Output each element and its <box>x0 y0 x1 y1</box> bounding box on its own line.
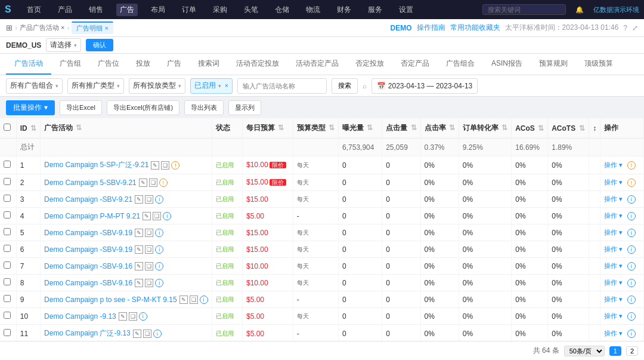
tab-top-budget[interactable]: 顶级预算 <box>576 54 621 75</box>
info-icon[interactable]: ! <box>159 179 168 187</box>
nav-warehouse[interactable]: 仓储 <box>271 4 293 16</box>
acos-header[interactable]: ACoS ⇅ <box>512 118 548 139</box>
tab-ad-position[interactable]: 广告位 <box>89 54 128 75</box>
tab-keyword[interactable]: 搜索词 <box>190 54 228 75</box>
campaign-name-link[interactable]: Demo Campaign -SBV-9.16 <box>44 279 132 287</box>
home-icon[interactable]: ⊞ <box>6 23 13 32</box>
ad-placement-filter[interactable]: 所有投放类型 ▾ <box>129 78 185 94</box>
cvr-header[interactable]: 订单转化率 ⇅ <box>459 118 511 139</box>
info-icon[interactable]: i <box>155 195 163 204</box>
batch-operations-button[interactable]: 批量操作 ▾ <box>6 100 55 115</box>
campaign-name-header[interactable]: 广告活动 ⇅ <box>41 118 212 139</box>
action-button[interactable]: 操作 ▾ <box>604 330 623 337</box>
edit-icon[interactable]: ✎ <box>179 296 188 304</box>
per-page-select[interactable]: 50条/页 <box>564 346 605 356</box>
edit-icon[interactable]: ✎ <box>135 229 143 237</box>
campaign-name-link[interactable]: Demo Campaign 5-SBV-9.21 <box>44 179 137 187</box>
select-all-checkbox[interactable] <box>4 124 11 131</box>
export-list-button[interactable]: 导出列表 <box>184 100 224 115</box>
nav-product[interactable]: 产品 <box>54 4 76 16</box>
edit-icon[interactable]: ✎ <box>135 195 143 204</box>
tab-asin-report[interactable]: ASIN报告 <box>483 54 531 75</box>
row-checkbox[interactable] <box>4 261 11 269</box>
campaign-name-link[interactable]: Demo Campaign -SBV-9.16 <box>44 262 132 270</box>
campaign-name-link[interactable]: Demo Campaign P-M-PT 9.21 <box>44 212 140 220</box>
campaign-name-link[interactable]: Demo Campaign -SBV-9.19 <box>44 229 132 237</box>
bell-icon[interactable]: 🔔 <box>575 6 584 14</box>
nav-orders[interactable]: 订单 <box>178 4 200 16</box>
copy-icon[interactable]: ❑ <box>129 312 137 321</box>
action-button[interactable]: 操作 ▾ <box>604 212 623 219</box>
copy-icon[interactable]: ❑ <box>145 262 153 270</box>
row-action-icon[interactable]: i <box>627 296 636 304</box>
copy-icon[interactable]: ❑ <box>149 179 157 187</box>
row-action-icon[interactable]: i <box>627 212 636 220</box>
tab-activity-neg-product[interactable]: 活动否定产品 <box>287 54 347 75</box>
campaign-search-input[interactable] <box>237 78 327 94</box>
copy-icon[interactable]: ❑ <box>145 279 153 287</box>
edit-icon[interactable]: ✎ <box>135 279 143 287</box>
page-2-button[interactable]: 2 <box>626 346 638 356</box>
ad-combination-filter[interactable]: 所有广告组合 ▾ <box>6 78 63 94</box>
user-account[interactable]: 亿数据演示环境 <box>593 5 639 14</box>
row-action-icon[interactable]: i <box>627 330 636 338</box>
select-all-header[interactable] <box>0 118 16 139</box>
campaign-name-link[interactable]: Demo Campaign 广泛-9.13 <box>44 328 131 339</box>
info-icon[interactable]: i <box>153 330 162 338</box>
copy-icon[interactable]: ❑ <box>143 330 151 338</box>
breadcrumb-product-ads[interactable]: 产品广告活动 × <box>20 23 64 32</box>
action-button[interactable]: 操作 ▾ <box>604 195 623 202</box>
export-excel-button[interactable]: 导出Excel <box>60 100 102 115</box>
edit-icon[interactable]: ✎ <box>151 161 159 170</box>
edit-icon[interactable]: ✎ <box>139 179 147 187</box>
nav-purchase[interactable]: 采购 <box>209 4 231 16</box>
info-icon[interactable]: i <box>155 279 163 287</box>
edit-icon[interactable]: ✎ <box>135 262 143 270</box>
operations-link[interactable]: 操作指南 <box>417 23 445 33</box>
row-checkbox[interactable] <box>4 228 11 235</box>
action-button[interactable]: 操作 ▾ <box>604 179 623 186</box>
nav-service[interactable]: 服务 <box>364 4 386 16</box>
tab-ad-combination[interactable]: 广告组合 <box>438 54 483 75</box>
confirm-button[interactable]: 确认 <box>86 39 113 51</box>
info-icon[interactable]: i <box>200 296 208 304</box>
row-checkbox[interactable] <box>4 278 11 285</box>
tab-ad-activity[interactable]: 广告活动 <box>6 54 51 75</box>
row-checkbox[interactable] <box>4 178 11 185</box>
copy-icon[interactable]: ❑ <box>145 229 153 237</box>
nav-head[interactable]: 头笔 <box>240 4 262 16</box>
nav-home[interactable]: 首页 <box>23 4 45 16</box>
campaign-name-link[interactable]: Demo Campaign -SBV-9.21 <box>44 195 132 204</box>
campaign-name-link[interactable]: Demo Campaign p to see - SP-M-KT 9.15 <box>44 296 177 304</box>
clicks-header[interactable]: 点击量 ⇅ <box>382 118 420 139</box>
action-button[interactable]: 操作 ▾ <box>604 296 623 303</box>
edit-icon[interactable]: ✎ <box>119 312 127 321</box>
row-action-icon[interactable]: i <box>627 262 636 270</box>
global-search-input[interactable] <box>482 4 566 15</box>
row-action-icon[interactable]: i <box>627 229 636 237</box>
action-button[interactable]: 操作 ▾ <box>604 161 623 168</box>
nav-settings[interactable]: 设置 <box>395 4 417 16</box>
budget-type-header[interactable]: 预算类型 ⇅ <box>293 118 338 139</box>
page-1-button[interactable]: 1 <box>609 346 621 356</box>
campaign-name-link[interactable]: Demo Campaign -9.13 <box>44 312 116 321</box>
row-checkbox[interactable] <box>4 161 11 168</box>
campaign-name-link[interactable]: Demo Campaign -SBV-9.19 <box>44 245 132 254</box>
nav-logistics[interactable]: 物流 <box>302 4 324 16</box>
tab-neg-placement[interactable]: 否定投放 <box>347 54 392 75</box>
tab-activity-neg-placement[interactable]: 活动否定投放 <box>228 54 287 75</box>
info-icon[interactable]: ! <box>171 161 179 170</box>
row-checkbox[interactable] <box>4 329 11 336</box>
help-icon[interactable]: ? <box>623 24 627 32</box>
id-header[interactable]: ID ⇅ <box>16 118 40 139</box>
nav-layout[interactable]: 布局 <box>147 4 169 16</box>
edit-icon[interactable]: ✎ <box>135 245 143 254</box>
action-button[interactable]: 操作 ▾ <box>604 262 623 269</box>
show-columns-button[interactable]: 显示列 <box>228 100 261 115</box>
row-action-icon[interactable]: i <box>627 279 636 287</box>
edit-icon[interactable]: ✎ <box>143 212 151 220</box>
row-action-icon[interactable]: ! <box>627 161 636 170</box>
expand-icon[interactable]: ⤢ <box>632 24 638 32</box>
info-icon[interactable]: i <box>163 212 171 220</box>
copy-icon[interactable]: ❑ <box>190 296 198 304</box>
